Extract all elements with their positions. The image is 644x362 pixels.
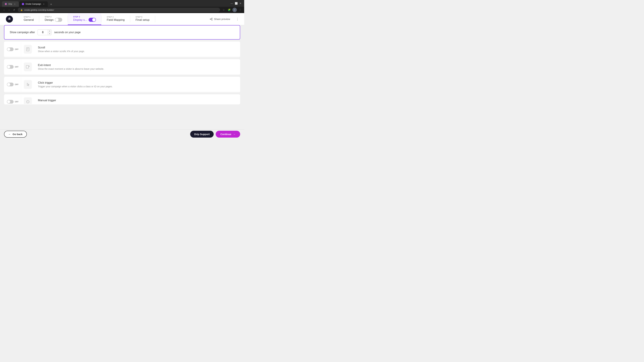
svg-point-1 [8,18,9,19]
exit-desc: Show the exact moment a visitor is about… [38,67,236,70]
back-button[interactable]: ‹ [2,8,6,12]
timing-up-arrow[interactable]: ▲ [48,30,51,32]
more-options-button[interactable]: ⋮ [235,16,240,22]
step-3-name: Display s... [73,18,87,22]
divider-5 [155,16,155,22]
timing-suffix: seconds on your page [54,31,80,34]
continue-label: Continue [220,133,231,136]
window-restore[interactable]: ⬜ [234,2,238,5]
scroll-icon [24,45,32,54]
click-toggle-label: OFF [15,83,18,85]
drip-favicon: 🎯 [5,3,7,5]
tab-drip-label: Drip [8,3,12,5]
step-5-label: STEP 5 [136,16,150,18]
step-4-name: Field Mapping [107,18,125,22]
scroll-desc: Show when a visitor scrolls X% of your p… [38,50,236,53]
step-3-toggle[interactable] [88,18,96,22]
browser-tabs: 🎯 Drip ✕ ● Onsite Campaign ✕ + [2,0,54,7]
tab-drip[interactable]: 🎯 Drip ✕ [2,1,19,7]
exit-icon-col [21,59,34,74]
scroll-toggle-col: OFF [4,42,21,57]
step-1[interactable]: STEP 1 General [18,13,39,25]
go-back-label: Go back [12,133,22,136]
click-icon-col [21,77,34,92]
menu-button[interactable]: ⋮ [238,8,242,12]
logo-icon [6,15,13,23]
exit-toggle-switch[interactable] [7,65,14,69]
manual-icon [24,97,32,104]
window-minimize[interactable]: — [230,2,234,5]
go-back-button[interactable]: ← Go back [4,131,27,138]
exit-toggle[interactable]: OFF [7,65,18,69]
scroll-toggle-switch[interactable] [7,47,14,51]
scroll-title: Scroll [38,46,236,49]
manual-trigger-item: OFF Manual trigger [4,95,240,104]
manual-toggle[interactable]: OFF [7,100,18,104]
tab-drip-close[interactable]: ✕ [14,3,16,5]
nav-buttons: ‹ › ↺ [2,8,16,12]
share-preview-button[interactable]: Share preview [208,16,232,22]
scroll-toggle-label: OFF [15,48,18,50]
star-button[interactable]: ☆ [222,8,226,12]
svg-point-0 [9,18,10,19]
timing-arrows: ▲ ▼ [48,30,51,35]
share-preview-label: Share preview [214,17,230,20]
step-2[interactable]: STEP 2 Design [39,13,68,25]
exit-title: Exit-Intent [38,63,236,67]
step-3-label: STEP 3 [73,16,96,18]
timing-down-arrow[interactable]: ▼ [48,32,51,35]
step-1-label: STEP 1 [24,16,34,18]
lock-icon: 🔒 [20,9,23,11]
extension-button[interactable]: 🧩 [227,8,231,12]
drip-support-button[interactable]: Drip Support [190,131,214,138]
click-toggle-col: OFF [4,77,21,92]
manual-toggle-label: OFF [15,101,18,103]
timing-section: Show campaign after ▲ ▼ seconds on your … [4,25,240,39]
svg-line-6 [211,18,212,19]
svg-point-5 [212,19,212,20]
exit-toggle-col: OFF [4,59,21,74]
svg-point-3 [212,18,212,18]
header-actions: Share preview ⋮ [208,16,240,22]
manual-trigger-card: OFF Manual trigger [4,94,240,104]
continue-arrow: → [233,133,236,136]
exit-intent-item: OFF Exit-Intent Show the exact moment a … [4,59,240,74]
main-content: Show campaign after ▲ ▼ seconds on your … [0,25,244,129]
svg-rect-11 [26,65,28,68]
manual-toggle-switch[interactable] [7,100,14,104]
click-toggle[interactable]: OFF [7,83,18,86]
exit-icon [24,62,32,71]
step-2-toggle[interactable] [55,18,62,22]
onsite-favicon: ● [22,3,24,5]
forward-button[interactable]: › [7,8,11,12]
address-text: onsite.getdrip.com/drip-builder/ [24,9,54,11]
new-tab-button[interactable]: + [49,2,54,7]
go-back-arrow: ← [8,133,11,136]
timing-input-group[interactable]: ▲ ▼ [38,29,52,35]
scroll-toggle[interactable]: OFF [7,47,18,51]
step-4[interactable]: STEP 4 Field Mapping [102,13,130,25]
step-2-label: STEP 2 [44,16,62,18]
address-input[interactable]: 🔒 onsite.getdrip.com/drip-builder/ [18,8,220,12]
continue-button[interactable]: Continue → [216,131,240,138]
step-3[interactable]: STEP 3 Display s... [68,13,101,25]
click-icon [24,80,32,89]
app-header: STEP 1 General STEP 2 Design STEP 3 Disp… [0,13,244,25]
profile-button[interactable]: I [232,8,237,12]
window-controls: — ⬜ ✕ [230,2,242,5]
svg-point-2 [10,18,10,19]
exit-toggle-label: OFF [15,66,18,68]
click-desc: Trigger your campaign when a visitor cli… [38,85,236,88]
timing-value-input[interactable] [38,30,48,35]
manual-toggle-col: OFF [4,95,21,104]
window-close[interactable]: ✕ [239,2,242,5]
manual-content: Manual trigger [34,95,240,104]
click-toggle-switch[interactable] [7,83,14,86]
timing-label: Show campaign after [10,31,35,34]
address-bar: ‹ › ↺ 🔒 onsite.getdrip.com/drip-builder/… [0,7,244,13]
tab-onsite-close[interactable]: ✕ [42,3,45,5]
step-5[interactable]: STEP 5 Final setup [130,13,155,25]
tab-onsite[interactable]: ● Onsite Campaign ✕ [19,1,48,7]
scroll-content: Scroll Show when a visitor scrolls X% of… [34,42,240,57]
refresh-button[interactable]: ↺ [12,8,16,12]
